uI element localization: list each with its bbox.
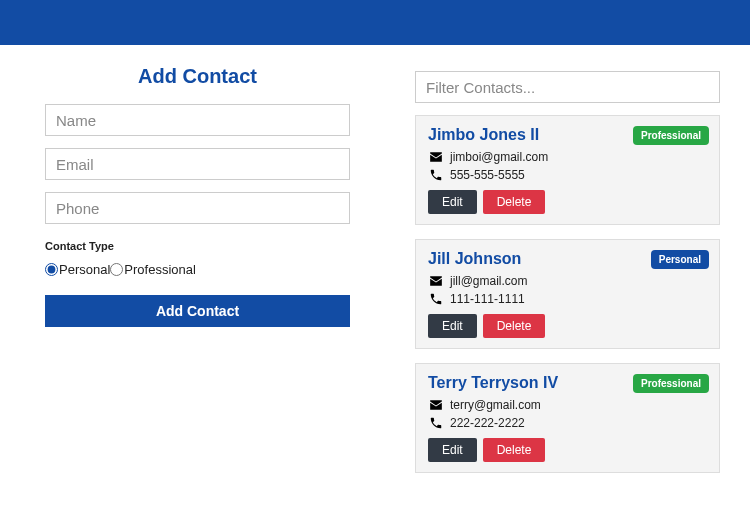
contact-actions: EditDelete [428,190,707,214]
contacts-list: Jimbo Jones IIProfessionaljimboi@gmail.c… [415,115,720,473]
envelope-icon [428,150,444,164]
phone-input[interactable] [45,192,350,224]
email-input[interactable] [45,148,350,180]
contact-email-row: jimboi@gmail.com [428,150,707,164]
edit-button[interactable]: Edit [428,190,477,214]
contact-type-label: Contact Type [45,240,350,252]
contact-phone-row: 555-555-5555 [428,168,707,182]
radio-professional[interactable] [110,263,123,276]
contact-type-badge: Professional [633,374,709,393]
contact-phone: 111-111-1111 [450,292,525,306]
edit-button[interactable]: Edit [428,438,477,462]
contact-type-badge: Professional [633,126,709,145]
delete-button[interactable]: Delete [483,190,546,214]
delete-button[interactable]: Delete [483,314,546,338]
phone-icon [428,416,444,430]
contact-card: Terry Terryson IVProfessionalterry@gmail… [415,363,720,473]
envelope-icon [428,274,444,288]
form-title: Add Contact [45,65,350,88]
contact-email: terry@gmail.com [450,398,541,412]
contact-actions: EditDelete [428,314,707,338]
contact-phone: 222-222-2222 [450,416,525,430]
envelope-icon [428,398,444,412]
contact-email: jimboi@gmail.com [450,150,548,164]
contacts-panel: Jimbo Jones IIProfessionaljimboi@gmail.c… [415,65,740,487]
add-contact-form: Add Contact Contact Type Personal Profes… [10,65,385,487]
top-bar [0,0,750,45]
filter-input[interactable] [415,71,720,103]
contact-card: Jimbo Jones IIProfessionaljimboi@gmail.c… [415,115,720,225]
contact-email-row: jill@gmail.com [428,274,707,288]
contact-phone-row: 222-222-2222 [428,416,707,430]
edit-button[interactable]: Edit [428,314,477,338]
contact-email-row: terry@gmail.com [428,398,707,412]
phone-icon [428,168,444,182]
name-input[interactable] [45,104,350,136]
main-container: Add Contact Contact Type Personal Profes… [0,45,750,487]
contact-card: Jill JohnsonPersonaljill@gmail.com111-11… [415,239,720,349]
delete-button[interactable]: Delete [483,438,546,462]
contact-email: jill@gmail.com [450,274,528,288]
radio-personal-label: Personal [59,262,110,277]
contact-phone-row: 111-111-1111 [428,292,707,306]
radio-professional-label: Professional [124,262,196,277]
contact-type-badge: Personal [651,250,709,269]
contact-phone: 555-555-5555 [450,168,525,182]
contact-actions: EditDelete [428,438,707,462]
contact-type-radios: Personal Professional [45,262,350,277]
phone-icon [428,292,444,306]
radio-personal[interactable] [45,263,58,276]
add-contact-button[interactable]: Add Contact [45,295,350,327]
